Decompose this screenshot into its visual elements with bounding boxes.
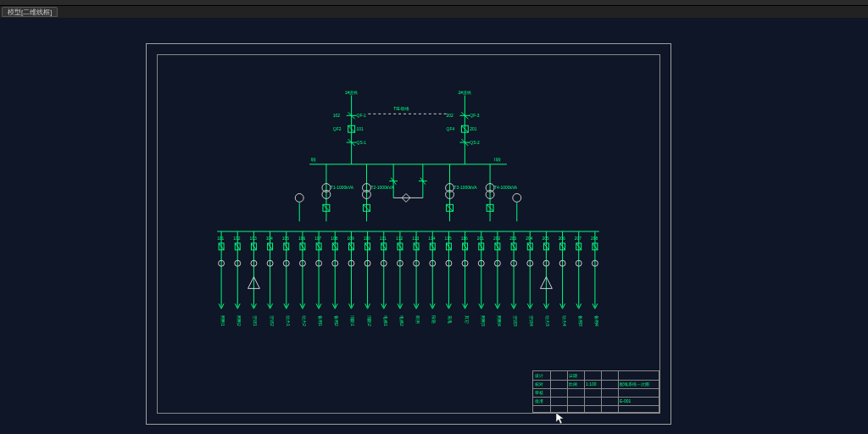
svg-text:116: 116 (461, 236, 468, 241)
svg-text:T1-1000kVA: T1-1000kVA (331, 186, 354, 190)
sheet-outer-frame: 1#进线 QF-1 101 QS-1 102 QF2 2#进线 (146, 43, 671, 425)
tb-f3: 批准 (535, 398, 543, 403)
svg-text:208: 208 (591, 236, 598, 241)
model-tab-bar: 模型[二维线框] (0, 6, 868, 18)
svg-text:108: 108 (331, 236, 337, 241)
svg-text:空调1: 空调1 (253, 315, 258, 326)
svg-text:115: 115 (444, 236, 451, 241)
svg-text:动力4: 动力4 (562, 315, 567, 326)
svg-text:T2-1000kVA: T2-1000kVA (370, 186, 394, 190)
svg-text:备用1: 备用1 (318, 315, 323, 326)
svg-text:112: 112 (396, 236, 403, 241)
svg-text:203: 203 (509, 236, 516, 241)
svg-text:备用2: 备用2 (334, 315, 339, 326)
svg-text:电梯2: 电梯2 (399, 315, 404, 326)
svg-text:照明1: 照明1 (220, 315, 225, 326)
svg-text:QS-1: QS-1 (357, 141, 367, 145)
svg-text:QF4: QF4 (447, 127, 455, 131)
svg-text:103: 103 (249, 236, 256, 241)
svg-text:消防1: 消防1 (350, 315, 355, 326)
mid-tier: T1-1000kVA T2-1000kVA (295, 164, 520, 221)
svg-text:QF-3: QF-3 (470, 114, 480, 118)
svg-text:照明3: 照明3 (481, 315, 485, 326)
svg-text:备用4: 备用4 (594, 315, 599, 326)
svg-text:QF-1: QF-1 (357, 114, 367, 118)
svg-text:207: 207 (575, 236, 581, 241)
svg-text:114: 114 (428, 236, 435, 241)
svg-text:应急: 应急 (431, 315, 437, 324)
svg-text:照明4: 照明4 (497, 315, 501, 326)
svg-text:照明2: 照明2 (236, 315, 241, 326)
svg-text:动力2: 动力2 (302, 315, 307, 326)
svg-text:T3-1000kVA: T3-1000kVA (453, 186, 477, 190)
drawing-canvas[interactable]: 1#进线 QF-1 101 QS-1 102 QF2 2#进线 (0, 18, 868, 434)
svg-text:I段: I段 (311, 157, 316, 162)
svg-text:QS-2: QS-2 (470, 141, 480, 145)
svg-point-66 (513, 193, 521, 202)
svg-text:厨房: 厨房 (415, 315, 420, 324)
svg-text:II段: II段 (494, 157, 501, 162)
svg-text:102: 102 (333, 114, 340, 118)
svg-text:充电: 充电 (448, 315, 453, 324)
tb-f0: 设计 (535, 373, 543, 378)
svg-text:1#进线: 1#进线 (345, 90, 359, 95)
svg-text:2#进线: 2#进线 (458, 90, 471, 95)
svg-text:202: 202 (447, 114, 453, 118)
tb-f2: 审核 (535, 390, 543, 395)
app-root: 模型[二维线框] 1#进线 QF-1 101 QS-1 (0, 0, 868, 434)
svg-text:109: 109 (347, 236, 353, 241)
svg-text:201: 201 (470, 127, 476, 131)
svg-text:动力1: 动力1 (286, 315, 291, 326)
incomer-1: 1#进线 QF-1 101 QS-1 102 QF2 (333, 90, 367, 164)
svg-text:101: 101 (357, 127, 364, 131)
tb-f5v: 1:100 (586, 381, 597, 387)
svg-text:201: 201 (477, 236, 484, 241)
svg-text:动力3: 动力3 (545, 315, 550, 326)
sheet-inner-frame: 1#进线 QF-1 101 QS-1 102 QF2 2#进线 (157, 54, 660, 414)
title-block: 配电系统一次图 E-001 设计 校对 审核 批准 日期 比例 1:100 (532, 370, 659, 413)
svg-text:111: 111 (380, 236, 387, 241)
svg-text:空调3: 空调3 (513, 315, 518, 326)
tb-f4: 日期 (569, 373, 577, 378)
svg-text:101: 101 (217, 236, 224, 241)
svg-text:106: 106 (298, 236, 305, 241)
tb-f1: 校对 (535, 381, 543, 387)
model-tab[interactable]: 模型[二维线框] (2, 7, 58, 17)
tb-title: 配电系统一次图 (620, 381, 649, 387)
incomer-2: 2#进线 QF-3 201 QS-2 202 QF4 (447, 90, 481, 164)
feeder-bank: 101照明1102照明2103空调1104空调2105动力1106动力2107备… (217, 231, 599, 326)
svg-text:消防2: 消防2 (367, 315, 372, 326)
svg-point-64 (295, 193, 303, 202)
svg-text:电梯1: 电梯1 (383, 315, 388, 326)
svg-text:QF2: QF2 (333, 127, 342, 131)
svg-text:205: 205 (542, 236, 548, 241)
tb-sheet: E-001 (620, 398, 631, 403)
svg-text:206: 206 (559, 236, 565, 241)
svg-text:其它: 其它 (465, 315, 470, 324)
svg-text:110: 110 (364, 236, 370, 241)
svg-text:113: 113 (412, 236, 419, 241)
svg-text:104: 104 (266, 236, 273, 241)
svg-text:备用3: 备用3 (578, 315, 583, 326)
svg-text:107: 107 (314, 236, 321, 241)
svg-text:204: 204 (526, 236, 532, 241)
svg-text:202: 202 (493, 236, 500, 241)
electrical-diagram: 1#进线 QF-1 101 QS-1 102 QF2 2#进线 (158, 55, 659, 413)
tb-f5: 比例 (569, 381, 577, 387)
svg-text:105: 105 (282, 236, 289, 241)
svg-text:空调2: 空调2 (270, 315, 275, 326)
svg-text:TIE-联络: TIE-联络 (393, 106, 409, 111)
window-topbar (0, 0, 868, 6)
svg-text:T4-1000kVA: T4-1000kVA (494, 186, 518, 190)
svg-text:空调4: 空调4 (529, 315, 534, 326)
svg-text:102: 102 (233, 236, 240, 241)
